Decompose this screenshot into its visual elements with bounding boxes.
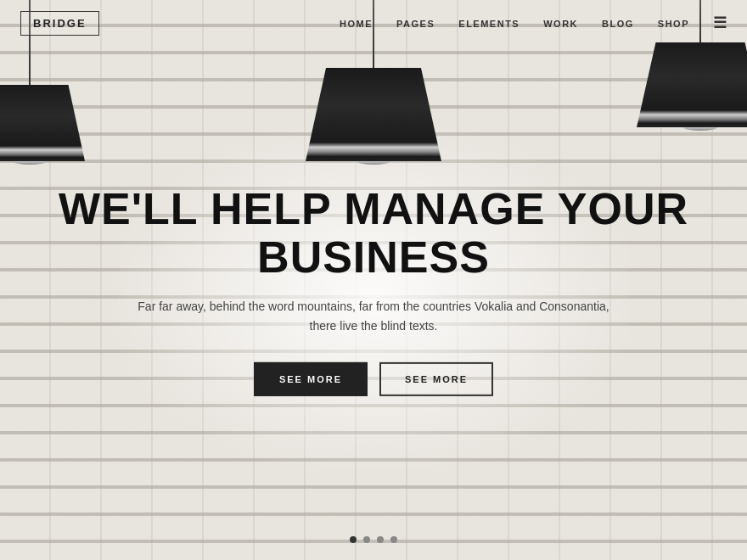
slider-dot-3[interactable]	[377, 536, 384, 543]
see-more-button-secondary[interactable]: SEE MORE	[379, 362, 493, 396]
hero-content: WE'LL HELP MANAGE YOUR BUSINESS Far far …	[25, 185, 722, 396]
nav-item-work[interactable]: WORK	[543, 15, 578, 31]
slider-dot-1[interactable]	[350, 536, 357, 543]
lamp-shade-right	[637, 42, 747, 127]
slider-dot-2[interactable]	[363, 536, 370, 543]
hero-section: BRIDGE HOME PAGES ELEMENTS WORK BLOG SHO…	[0, 0, 747, 560]
nav-item-blog[interactable]: BLOG	[602, 15, 634, 31]
logo[interactable]: BRIDGE	[20, 11, 99, 36]
hero-title: WE'LL HELP MANAGE YOUR BUSINESS	[25, 185, 722, 282]
nav-item-pages[interactable]: PAGES	[396, 15, 435, 31]
nav-links: HOME PAGES ELEMENTS WORK BLOG SHOP ☰	[340, 14, 727, 32]
hero-subtitle: Far far away, behind the word mountains,…	[136, 297, 611, 335]
nav-link-blog[interactable]: BLOG	[602, 19, 634, 29]
lamp-body-right	[637, 42, 747, 127]
nav-link-elements[interactable]: ELEMENTS	[458, 19, 520, 29]
nav-hamburger-icon[interactable]: ☰	[713, 14, 727, 32]
see-more-button-primary[interactable]: SEE MORE	[254, 362, 368, 396]
lamp-body-center	[306, 68, 441, 161]
lamp-body-left	[0, 85, 85, 161]
hamburger-menu[interactable]: ☰	[713, 14, 727, 31]
nav-link-home[interactable]: HOME	[340, 19, 373, 29]
navbar: BRIDGE HOME PAGES ELEMENTS WORK BLOG SHO…	[0, 0, 747, 46]
lamp-shade-center	[306, 68, 441, 161]
lamp-shade-left	[0, 85, 85, 161]
nav-link-work[interactable]: WORK	[543, 19, 578, 29]
nav-item-shop[interactable]: SHOP	[658, 15, 689, 31]
nav-link-shop[interactable]: SHOP	[658, 19, 689, 29]
slider-dots	[350, 536, 397, 543]
hero-buttons: SEE MORE SEE MORE	[25, 362, 722, 396]
nav-item-home[interactable]: HOME	[340, 15, 373, 31]
slider-dot-4[interactable]	[390, 536, 397, 543]
nav-item-elements[interactable]: ELEMENTS	[458, 15, 520, 31]
nav-link-pages[interactable]: PAGES	[396, 19, 435, 29]
